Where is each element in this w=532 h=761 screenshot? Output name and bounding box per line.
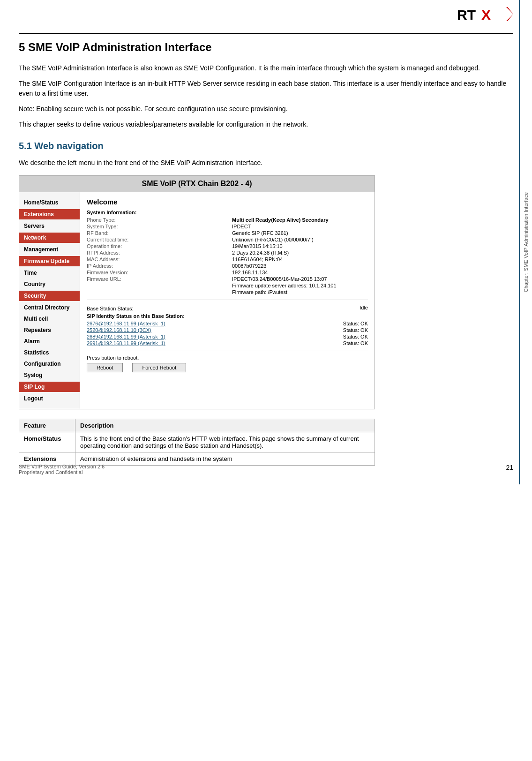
paragraph-3: Note: Enabling secure web is not possibl… bbox=[19, 104, 513, 114]
val-sip: Generic SIP (RFC 3261) bbox=[232, 230, 288, 236]
sip-status-4: Status: OK bbox=[343, 340, 368, 346]
page-footer: SME VoIP System Guide, Version 2.6 Propr… bbox=[19, 464, 513, 475]
screenshot-box: SME VoIP (RTX Chain B202 - 4) Home/Statu… bbox=[19, 175, 375, 409]
val-ip: 192.168.11.134 bbox=[232, 270, 268, 275]
svg-text:X: X bbox=[481, 7, 491, 23]
nav-network[interactable]: Network bbox=[19, 233, 80, 243]
reboot-label: Press button to reboot. bbox=[87, 355, 368, 361]
nav-central-directory[interactable]: Central Directory bbox=[19, 302, 80, 313]
rtx-logo: RT X bbox=[457, 5, 513, 25]
info-grid: Phone Type: System Type: RF Band: Curren… bbox=[87, 217, 368, 296]
main-content: Welcome System Information: Phone Type: … bbox=[80, 192, 375, 409]
label-rf-band: RF Band: bbox=[87, 230, 143, 236]
label-mac: MAC Address: bbox=[87, 256, 143, 262]
paragraph-2: The SME VoIP Configuration Interface is … bbox=[19, 79, 513, 98]
sip-status-2: Status: OK bbox=[343, 327, 368, 333]
feature-table: Feature Description Home/Status This is … bbox=[19, 419, 375, 466]
val-fw-version: IPDECT/03.24/B0005/16-Mar-2015 13:07 bbox=[232, 276, 327, 282]
nav-home-status[interactable]: Home/Status bbox=[19, 197, 80, 208]
nav-extensions[interactable]: Extensions bbox=[19, 209, 80, 219]
val-uptime: 2 Days 20:24:38 (H:M:S) bbox=[232, 250, 289, 256]
right-header: Multi cell Ready(Keep Alive) Secondary bbox=[232, 217, 368, 223]
sip-row-2: 2520@192.168.11.10 (3CX) Status: OK bbox=[87, 327, 368, 333]
sip-link-3[interactable]: 2689@192.168.11.99 (Asterisk_1) bbox=[87, 334, 165, 339]
svg-text:RT: RT bbox=[457, 7, 476, 23]
section-title: 5.1 Web navigation bbox=[19, 141, 513, 151]
val-unknown: Unknown (F/R/C0/C1) (00/00/00/7f) bbox=[232, 237, 314, 242]
screenshot-title: SME VoIP (RTX Chain B202 - 4) bbox=[19, 176, 375, 192]
reboot-section: Press button to reboot. Reboot Forced Re… bbox=[87, 351, 368, 372]
label-operation-time: Operation time: bbox=[87, 243, 143, 249]
left-nav: Home/Status Extensions Servers Network M… bbox=[19, 192, 80, 409]
info-right-col: Multi cell Ready(Keep Alive) Secondary I… bbox=[232, 217, 368, 296]
sip-identity-label: SIP Identity Status on this Base Station… bbox=[87, 313, 368, 319]
nav-configuration[interactable]: Configuration bbox=[19, 358, 80, 369]
section-intro: We describe the left menu in the front e… bbox=[19, 158, 513, 168]
val-fw-path: Firmware path: /Fwutest bbox=[232, 289, 287, 295]
nav-statistics[interactable]: Statistics bbox=[19, 347, 80, 358]
header-divider bbox=[19, 33, 513, 34]
paragraph-1: The SME VoIP Administration Interface is… bbox=[19, 63, 513, 73]
label-ip: IP Address: bbox=[87, 263, 143, 269]
nav-alarm[interactable]: Alarm bbox=[19, 336, 80, 347]
base-status-value: Idle bbox=[360, 305, 368, 310]
nav-servers[interactable]: Servers bbox=[19, 220, 80, 232]
reboot-buttons: Reboot Forced Reboot bbox=[87, 363, 368, 372]
sip-row-3: 2689@192.168.11.99 (Asterisk_1) Status: … bbox=[87, 334, 368, 339]
label-phone-type: Phone Type: bbox=[87, 217, 143, 223]
chapter-title: 5 SME VoIP Administration Interface bbox=[19, 41, 513, 54]
forced-reboot-button[interactable]: Forced Reboot bbox=[132, 363, 186, 372]
col-header-description: Description bbox=[75, 419, 375, 432]
footer-confidential: Proprietary and Confidential bbox=[19, 469, 105, 475]
footer-left: SME VoIP System Guide, Version 2.6 Propr… bbox=[19, 464, 105, 475]
reboot-button[interactable]: Reboot bbox=[87, 363, 123, 372]
nav-syslog[interactable]: Syslog bbox=[19, 369, 80, 381]
footer-guide: SME VoIP System Guide, Version 2.6 bbox=[19, 464, 105, 469]
sip-link-4[interactable]: 2691@192.168.11.99 (Asterisk_1) bbox=[87, 340, 165, 346]
nav-security[interactable]: Security bbox=[19, 291, 80, 301]
info-left-col: Phone Type: System Type: RF Band: Curren… bbox=[87, 217, 223, 296]
col-header-feature: Feature bbox=[19, 419, 75, 432]
sip-section: Base Station Status: Idle SIP Identity S… bbox=[87, 300, 368, 346]
val-date: 19/Mar/2015 14:15:10 bbox=[232, 243, 283, 249]
nav-logout[interactable]: Logout bbox=[19, 393, 80, 404]
sip-link-2[interactable]: 2520@192.168.11.10 (3CX) bbox=[87, 327, 151, 333]
nav-firmware-update[interactable]: Firmware Update bbox=[19, 256, 80, 266]
label-rfpi: RFPI Address: bbox=[87, 250, 143, 256]
nav-repeaters[interactable]: Repeaters bbox=[19, 324, 80, 336]
val-fw-server: Firmware update server address: 10.1.24.… bbox=[232, 283, 337, 288]
side-label-text: Chapter: SME VoIP Administration Interfa… bbox=[523, 192, 529, 292]
nav-country[interactable]: Country bbox=[19, 279, 80, 290]
nav-multi-cell[interactable]: Multi cell bbox=[19, 313, 80, 324]
base-status-label: Base Station Status: bbox=[87, 306, 134, 311]
paragraph-4: This chapter seeks to define various var… bbox=[19, 120, 513, 129]
system-info-label: System Information: bbox=[87, 210, 368, 215]
feature-home-status: Home/Status bbox=[19, 432, 75, 452]
val-ipdect: IPDECT bbox=[232, 224, 251, 229]
val-mac: 00087b079223 bbox=[232, 263, 266, 269]
label-local-time: Current local time: bbox=[87, 237, 143, 242]
chapter-side-label: Chapter: SME VoIP Administration Interfa… bbox=[519, 0, 532, 484]
svg-marker-2 bbox=[506, 7, 513, 21]
nav-management[interactable]: Management bbox=[19, 244, 80, 255]
sip-row-1: 2676@192.168.11.99 (Asterisk_1) Status: … bbox=[87, 321, 368, 326]
nav-sip-log[interactable]: SIP Log bbox=[19, 382, 80, 392]
sip-status-3: Status: OK bbox=[343, 334, 368, 339]
label-fw-version: Firmware Version: bbox=[87, 270, 143, 275]
nav-time[interactable]: Time bbox=[19, 267, 80, 279]
sip-row-4: 2691@192.168.11.99 (Asterisk_1) Status: … bbox=[87, 340, 368, 346]
page-number: 21 bbox=[506, 464, 513, 475]
sip-status-1: Status: OK bbox=[343, 321, 368, 326]
desc-home-status: This is the front end of the Base statio… bbox=[75, 432, 375, 452]
val-rfpi: 116E61A604; RPN:04 bbox=[232, 256, 283, 262]
table-row-1: Home/Status This is the front end of the… bbox=[19, 432, 375, 452]
label-fw-url: Firmware URL: bbox=[87, 276, 143, 282]
sip-link-1[interactable]: 2676@192.168.11.99 (Asterisk_1) bbox=[87, 321, 165, 326]
welcome-title: Welcome bbox=[87, 198, 368, 206]
label-system-type: System Type: bbox=[87, 224, 143, 229]
